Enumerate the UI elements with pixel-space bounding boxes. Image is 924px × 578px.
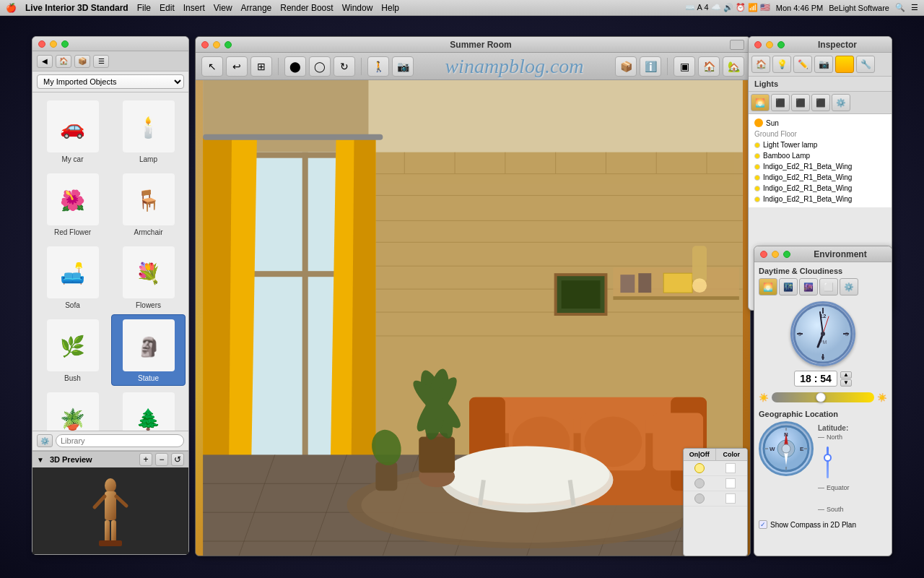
inspector-tab-light[interactable]: 💡 [772,56,791,73]
statue-preview-svg [82,471,139,551]
window-resize-button[interactable] [730,40,744,50]
inspector-maximize-button[interactable] [777,41,785,48]
latitude-thumb[interactable] [824,454,832,462]
env-btn-5[interactable]: ⚙️ [840,278,858,296]
light-btn-2[interactable]: ⬛ [771,94,790,111]
menubar-right: ⌨️ A 4 ☁️ 🔊 ⏰ 📶 🇺🇸 Mon 4:46 PM BeLight S… [685,3,918,12]
close-button[interactable] [38,40,45,48]
brightness-slider[interactable] [772,392,874,402]
snap-tool[interactable]: ⊞ [250,56,272,77]
env-minimize-button[interactable] [772,251,779,258]
main-maximize-button[interactable] [225,41,232,48]
zoom-out-button[interactable]: − [155,453,168,466]
info-tool[interactable]: ℹ️ [640,56,661,77]
object-item-flowers[interactable]: Flowers [111,241,186,313]
menu-window[interactable]: Window [342,3,373,13]
search-input[interactable] [56,434,184,447]
show-compass-checkbox[interactable]: ✓ [759,520,767,529]
zoom-in-button[interactable]: + [139,453,152,466]
person-tool[interactable]: 🚶 [367,56,389,77]
env-maximize-button[interactable] [783,251,790,258]
color-box-1[interactable] [725,478,736,488]
light-btn-3[interactable]: ⬛ [791,94,810,111]
preview-triangle[interactable]: ▼ [37,456,44,464]
cursor-tool[interactable]: ↖ [201,56,223,77]
inspector-tab-color[interactable] [835,56,854,73]
object-item-sofa[interactable]: Sofa [35,241,110,313]
main-minimize-button[interactable] [213,41,220,48]
object-item-great-tree[interactable]: Great Tree [111,387,186,431]
zoom-reset-button[interactable]: ↺ [171,453,184,466]
room-scene-svg [196,80,750,556]
apple-menu[interactable]: 🍎 [6,3,17,13]
object-item-lamp[interactable]: Lamp [111,95,186,167]
buildings-icon[interactable]: 🏠 [56,55,71,68]
undo-tool[interactable]: ↩ [226,56,248,77]
camera-tool[interactable]: 📷 [392,56,414,77]
list-icon[interactable]: ☰ [93,55,109,68]
settings-button[interactable]: ⚙️ [37,434,53,447]
light-item-1[interactable]: Bamboo Lamp [751,150,889,161]
env-btn-1[interactable]: 🌅 [759,278,777,296]
main-close-button[interactable] [201,41,209,48]
time-up-button[interactable]: ▲ [840,371,852,379]
inspector-minimize-button[interactable] [766,41,773,48]
latitude-track[interactable] [818,441,887,484]
minimize-button[interactable] [50,40,57,48]
objects-icon[interactable]: 📦 [74,55,90,68]
light-btn-5[interactable]: ⚙️ [832,94,850,111]
light-btn-1[interactable]: 🌅 [751,94,770,111]
object-item-red-flower[interactable]: Red Flower [35,168,110,240]
category-dropdown[interactable]: My Imported Objects [37,74,184,89]
wall-tool[interactable]: 🏠 [698,56,720,77]
inspector-close-button[interactable] [754,41,762,48]
object-item-car[interactable]: My car [35,95,110,167]
app-name[interactable]: Live Interior 3D Standard [25,3,128,13]
light-item-3[interactable]: Indigo_Ed2_R1_Beta_Wing [751,172,889,183]
env-btn-2[interactable]: 🌃 [779,278,798,296]
env-btn-3[interactable]: 🌆 [799,278,818,296]
object-item-bush[interactable]: Bush [35,314,110,386]
view-3d-tool[interactable]: 🏡 [723,56,744,77]
panel-titlebar [32,37,188,51]
color-box-2[interactable] [725,493,736,504]
brightness-max-icon: ☀️ [877,393,887,402]
inspector-tab-camera[interactable]: 📷 [814,56,833,73]
ring-tool[interactable]: ◯ [309,56,331,77]
inspector-tab-home[interactable]: 🏠 [751,56,770,73]
render-tool-1[interactable]: 📦 [615,56,637,77]
menubar-menu-icon[interactable]: ☰ [911,3,918,12]
time-input[interactable] [794,371,837,387]
statue-icon [123,319,175,371]
object-item-armchair[interactable]: Armchair [111,168,186,240]
inspector-tab-edit[interactable]: ✏️ [793,56,812,73]
menu-file[interactable]: File [137,3,151,13]
floor-tool[interactable]: ▣ [674,56,695,77]
circle-tool[interactable]: ⬤ [284,56,306,77]
time-down-button[interactable]: ▼ [840,379,852,387]
object-item-statue[interactable]: Statue [111,314,186,386]
env-close-button[interactable] [760,251,767,258]
object-item-vase[interactable]: Vase [35,387,110,431]
env-btn-4[interactable]: ⬜ [819,278,838,296]
light-item-0[interactable]: Light Tower lamp [751,139,889,150]
menu-render[interactable]: Render Boost [280,3,333,13]
sun-item[interactable]: Sun [751,117,889,129]
menu-insert[interactable]: Insert [183,3,205,13]
inspector-tab-settings[interactable]: 🔧 [856,56,875,73]
menu-view[interactable]: View [214,3,232,13]
light-btn-4[interactable]: ⬛ [811,94,830,111]
rotate-tool[interactable]: ↻ [334,56,355,77]
color-box-0[interactable] [725,463,736,473]
light-item-2[interactable]: Indigo_Ed2_R1_Beta_Wing [751,161,889,172]
compass[interactable]: E W N [759,421,814,476]
light-item-5[interactable]: Indigo_Ed2_R1_Beta_Wing [751,194,889,204]
light-item-4[interactable]: Indigo_Ed2_R1_Beta_Wing [751,183,889,194]
back-button[interactable]: ◀ [37,55,53,68]
armchair-icon [123,173,175,225]
maximize-button[interactable] [61,40,69,48]
menu-edit[interactable]: Edit [160,3,175,13]
menubar-search-icon[interactable]: 🔍 [895,3,905,12]
menu-help[interactable]: Help [381,3,399,13]
menu-arrange[interactable]: Arrange [241,3,272,13]
